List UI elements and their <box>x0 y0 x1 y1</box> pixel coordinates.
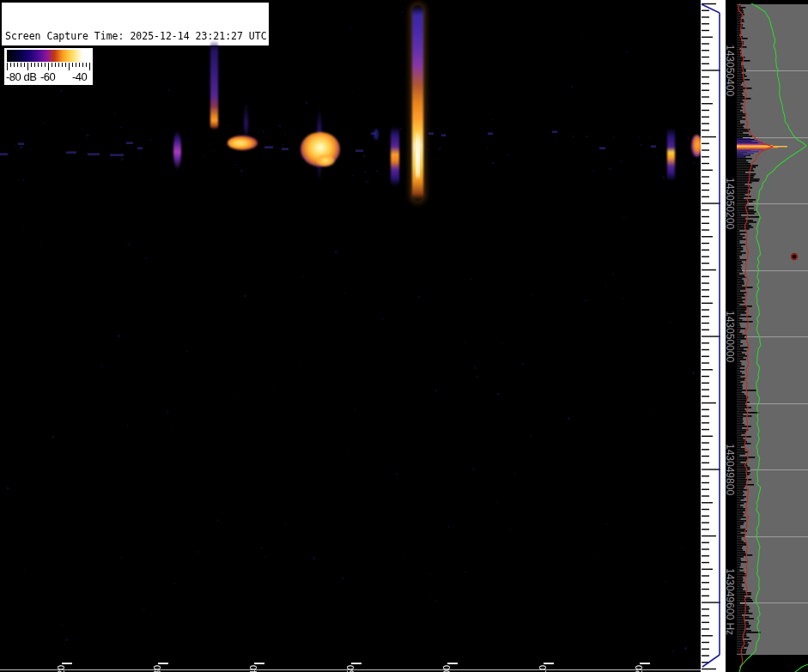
legend-tick <box>82 63 83 67</box>
time-axis-tick <box>254 663 264 664</box>
frequency-axis-labels: 1430504001430502001430500001430498001430… <box>726 0 737 672</box>
legend-tick <box>41 63 42 67</box>
time-axis-tick <box>447 663 458 664</box>
time-axis-tick <box>158 663 168 664</box>
echo-dot-5 <box>374 129 379 140</box>
legend-tick <box>10 63 11 67</box>
legend-tick <box>86 63 87 67</box>
bottom-border-line <box>0 669 701 670</box>
frequency-axis-label: 143050000 <box>724 311 736 362</box>
legend-tick <box>72 63 73 67</box>
colormap-gradient-bar <box>7 50 89 62</box>
echo-streak-8 <box>667 128 675 181</box>
legend-tick <box>34 63 35 67</box>
echo-streak-6 <box>391 126 399 186</box>
legend-tick <box>69 63 70 70</box>
legend-tick <box>31 63 32 67</box>
time-axis-label: 2025-12-14 23:21:10 <box>538 665 548 672</box>
colormap-scale-labels: -80 dB-60-40 <box>4 70 93 84</box>
time-axis-label: 2025-12-14 23:20:30 <box>152 665 162 672</box>
legend-tick <box>65 63 66 67</box>
frequency-axis-label: 143049800 <box>724 444 736 495</box>
color-scale-legend: -80 dB-60-40 <box>4 48 93 85</box>
legend-tick <box>27 63 28 70</box>
echo-streak-1 <box>210 40 218 130</box>
legend-tick <box>45 63 46 67</box>
time-axis-tick <box>351 663 361 664</box>
frequency-ruler-ticks <box>701 0 726 672</box>
frequency-axis-label: 143050200 <box>724 178 736 229</box>
legend-tick <box>79 63 80 67</box>
legend-tick <box>52 63 52 67</box>
side-spectrum-canvas <box>737 0 808 672</box>
legend-label: -40 <box>72 70 87 83</box>
legend-tick <box>58 63 59 67</box>
legend-tick <box>14 63 15 67</box>
echo-streak-7-core <box>416 130 420 180</box>
colormap-scale-ticks <box>7 63 89 70</box>
time-axis-tick <box>640 663 650 664</box>
config-text: Config = V8 <box>5 107 269 120</box>
echo-blob-4b <box>316 154 335 166</box>
echo-blob-3 <box>228 136 258 150</box>
spectrogram-screen-capture: Screen Capture Time: 2025-12-14 23:21:27… <box>0 0 808 672</box>
legend-tick <box>89 63 90 70</box>
frequency-axis-label: 143049600 Hz <box>724 568 736 635</box>
legend-tick <box>76 63 76 67</box>
capture-info-box: Screen Capture Time: 2025-12-14 23:21:27… <box>2 3 269 45</box>
side-spectrum-panel <box>737 0 808 672</box>
time-axis-tick <box>544 663 554 664</box>
time-axis-label: 2025-12-14 23:20:50 <box>345 665 355 672</box>
legend-tick <box>38 63 39 67</box>
legend-tick <box>62 63 63 67</box>
legend-tick <box>17 63 18 67</box>
legend-tick <box>24 63 25 67</box>
capture-time-text: Screen Capture Time: 2025-12-14 23:21:27… <box>5 30 269 43</box>
legend-label: -80 dB <box>6 70 36 83</box>
echo-dash-2 <box>173 130 181 170</box>
frequency-ruler <box>701 0 726 672</box>
time-axis-label: 2025-12-14 23:21:00 <box>441 665 452 672</box>
waterfall-display: Screen Capture Time: 2025-12-14 23:21:27… <box>0 0 701 672</box>
time-axis-label: 2025-12-14 23:20:20 <box>56 665 66 672</box>
legend-label: -60 <box>40 70 55 83</box>
legend-tick <box>48 63 49 70</box>
frequency-axis-label: 143050400 <box>724 45 736 96</box>
legend-tick <box>7 63 8 70</box>
legend-tick <box>55 63 56 67</box>
time-axis-label: 2025-12-14 23:21:20 <box>634 665 644 672</box>
time-axis-label: 2025-12-14 23:20:40 <box>248 665 258 672</box>
time-axis-tick <box>62 663 72 664</box>
legend-tick <box>21 63 21 67</box>
